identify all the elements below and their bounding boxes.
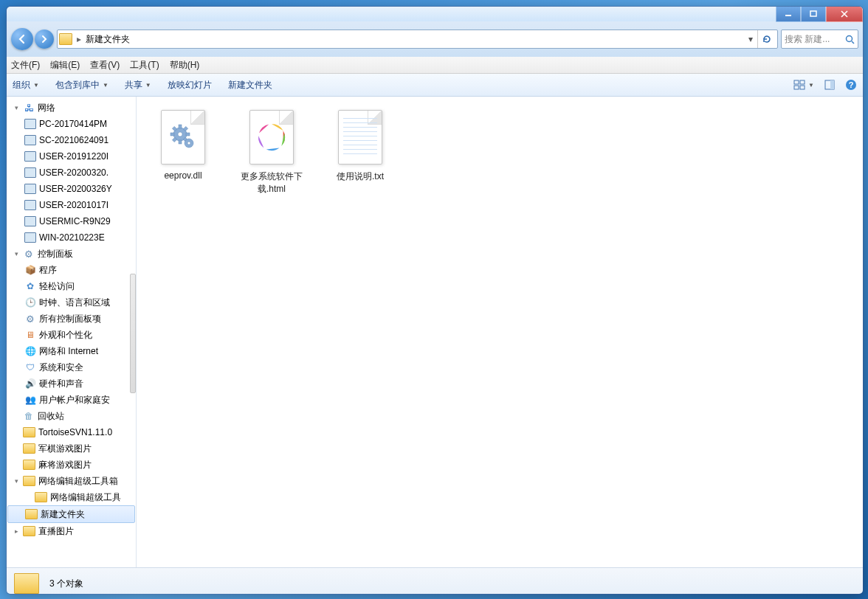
- arrow-left-icon: [17, 34, 27, 44]
- view-icon: [793, 80, 805, 90]
- network-internet-icon: 🌐: [24, 345, 36, 357]
- maximize-button[interactable]: [801, 7, 826, 22]
- tree-cpl-item[interactable]: 🕒时钟、语言和区域: [7, 294, 136, 311]
- tree-network[interactable]: ▾🖧网络: [7, 100, 136, 116]
- breadcrumb-current[interactable]: 新建文件夹: [83, 32, 133, 47]
- folder-icon: [23, 476, 35, 486]
- tree-cpl-item[interactable]: 📦程序: [7, 262, 136, 278]
- tree-folder[interactable]: 军棋游戏图片: [7, 440, 136, 457]
- file-name: eeprov.dll: [164, 170, 202, 181]
- tree-cpl-item[interactable]: ⚙所有控制面板项: [7, 311, 136, 327]
- computer-icon: [24, 200, 36, 210]
- status-bar: 3 个对象: [7, 567, 863, 595]
- refresh-button[interactable]: [757, 30, 776, 48]
- tree-cpl-item[interactable]: ✿轻松访问: [7, 278, 136, 294]
- recycle-bin-icon: 🗑: [23, 410, 35, 422]
- tree-cpl-item[interactable]: 🌐网络和 Internet: [7, 343, 136, 359]
- network-icon: 🖧: [23, 102, 35, 114]
- path-history-dropdown[interactable]: ▾: [745, 34, 756, 44]
- view-mode-button[interactable]: ▼: [793, 80, 814, 90]
- arrow-right-icon: [40, 35, 49, 44]
- file-name: 更多系统软件下载.html: [238, 170, 305, 195]
- search-input[interactable]: 搜索 新建...: [781, 30, 858, 49]
- folder-icon: [23, 443, 35, 454]
- tree-computer[interactable]: USER-20201017I: [7, 197, 136, 213]
- menu-edit[interactable]: 编辑(E): [50, 59, 80, 72]
- computer-icon: [24, 216, 36, 226]
- user-accounts-icon: 👥: [24, 394, 36, 406]
- programs-icon: 📦: [24, 264, 36, 276]
- menu-file[interactable]: 文件(F): [11, 59, 40, 72]
- path-field[interactable]: ▸ 新建文件夹 ▾: [57, 30, 778, 49]
- tree-folder[interactable]: 网络编辑超级工具: [7, 489, 136, 505]
- folder-icon: [23, 460, 35, 470]
- file-item[interactable]: 使用说明.txt: [327, 107, 393, 183]
- folder-icon: [59, 33, 72, 45]
- sidebar-resize-handle[interactable]: [130, 274, 136, 393]
- tree-folder[interactable]: TortoiseSVN1.11.0: [7, 424, 136, 440]
- search-placeholder: 搜索 新建...: [785, 33, 830, 46]
- minimize-icon: [785, 10, 792, 18]
- menu-help[interactable]: 帮助(H): [170, 59, 200, 72]
- slideshow-button[interactable]: 放映幻灯片: [168, 79, 212, 91]
- tree-computer[interactable]: PC-20170414PM: [7, 116, 136, 132]
- svg-rect-13: [179, 125, 182, 128]
- preview-pane-button[interactable]: [824, 80, 835, 90]
- file-list[interactable]: eeprov.dll 更多系统软件下载.html 使用说明.txt: [137, 97, 863, 567]
- file-item[interactable]: eeprov.dll: [150, 107, 216, 181]
- tree-recycle[interactable]: 🗑回收站: [7, 408, 136, 424]
- file-item[interactable]: 更多系统软件下载.html: [238, 107, 305, 195]
- tree-folder[interactable]: 麻将游戏图片: [7, 457, 136, 473]
- chevron-down-icon: ▼: [145, 82, 151, 89]
- all-cpl-icon: ⚙: [24, 313, 36, 325]
- tree-computer[interactable]: SC-20210624091: [7, 132, 136, 148]
- tree-folder[interactable]: ▾网络编辑超级工具箱: [7, 473, 136, 489]
- svg-point-23: [267, 133, 276, 142]
- explorer-window: ▸ 新建文件夹 ▾ 搜索 新建... 文件(F) 编辑(E) 查看(V) 工具(…: [6, 6, 864, 595]
- tree-computer[interactable]: USER-20200326Y: [7, 181, 136, 197]
- share-button[interactable]: 共享 ▼: [125, 79, 151, 91]
- address-bar: ▸ 新建文件夹 ▾ 搜索 新建...: [7, 21, 863, 57]
- svg-rect-16: [186, 133, 190, 136]
- tree-computer[interactable]: USER-20191220I: [7, 148, 136, 165]
- tree-cpl-item[interactable]: 👥用户帐户和家庭安: [7, 392, 136, 408]
- system-security-icon: 🛡: [24, 361, 36, 373]
- organize-button[interactable]: 组织 ▼: [13, 79, 39, 91]
- forward-button[interactable]: [35, 30, 54, 49]
- close-button[interactable]: [826, 7, 863, 22]
- expand-icon: ▸: [13, 527, 20, 535]
- back-button[interactable]: [11, 28, 33, 50]
- maximize-icon: [810, 10, 817, 18]
- tree-control-panel[interactable]: ▾⚙控制面板: [7, 246, 136, 262]
- content-area: ▾🖧网络 PC-20170414PM SC-20210624091 USER-2…: [7, 97, 863, 567]
- tree-computer[interactable]: USERMIC-R9N29: [7, 213, 136, 229]
- menu-tools[interactable]: 工具(T): [130, 59, 159, 72]
- tree-computer[interactable]: USER-20200320.: [7, 165, 136, 181]
- help-button[interactable]: ?: [845, 79, 857, 91]
- svg-rect-15: [170, 133, 174, 136]
- appearance-icon: 🖥: [24, 329, 36, 341]
- computer-icon: [24, 232, 36, 243]
- new-folder-button[interactable]: 新建文件夹: [228, 79, 272, 91]
- folder-icon: [25, 509, 38, 519]
- tree-cpl-item[interactable]: 🔊硬件和声音: [7, 375, 136, 392]
- status-item-count: 3 个对象: [49, 578, 83, 590]
- menubar: 文件(F) 编辑(E) 查看(V) 工具(T) 帮助(H): [7, 57, 863, 74]
- computer-icon: [24, 119, 36, 129]
- collapse-icon: ▾: [13, 104, 20, 111]
- clock-icon: 🕒: [24, 297, 36, 308]
- tree-cpl-item[interactable]: 🖥外观和个性化: [7, 327, 136, 343]
- computer-icon: [24, 151, 36, 162]
- refresh-icon: [762, 34, 772, 44]
- toolbar-right: ▼ ?: [793, 79, 857, 91]
- tree-cpl-item[interactable]: 🛡系统和安全: [7, 359, 136, 375]
- svg-rect-14: [179, 140, 182, 144]
- folder-icon: [23, 526, 35, 536]
- menu-view[interactable]: 查看(V): [90, 59, 120, 72]
- tree-computer[interactable]: WIN-20210223E: [7, 229, 136, 246]
- search-icon: [845, 35, 855, 44]
- minimize-button[interactable]: [776, 7, 801, 22]
- tree-folder-selected[interactable]: 新建文件夹: [7, 505, 135, 523]
- include-in-library-button[interactable]: 包含到库中 ▼: [55, 79, 108, 91]
- tree-folder[interactable]: ▸直播图片: [7, 523, 136, 539]
